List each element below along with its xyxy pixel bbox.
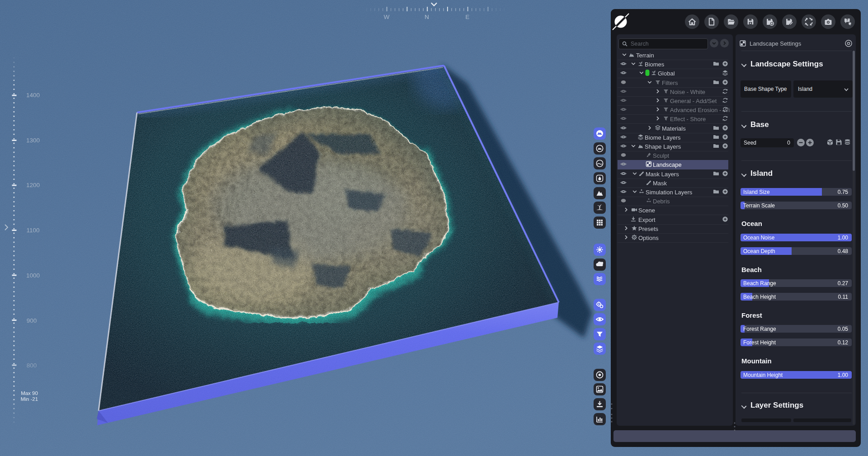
svg-text:1000: 1000: [26, 272, 40, 279]
svg-text:1400: 1400: [26, 92, 40, 99]
svg-text:800: 800: [27, 362, 37, 369]
svg-text:1100: 1100: [26, 227, 39, 234]
svg-text:1200: 1200: [26, 182, 40, 188]
svg-text:900: 900: [27, 317, 37, 324]
svg-text:W: W: [384, 14, 390, 20]
svg-text:1300: 1300: [26, 137, 40, 144]
svg-text:N: N: [425, 14, 429, 20]
svg-text:?: ?: [846, 18, 849, 22]
svg-text:E: E: [465, 14, 469, 20]
svg-text:Min -21: Min -21: [21, 396, 38, 402]
svg-text:Max 90: Max 90: [21, 390, 38, 396]
